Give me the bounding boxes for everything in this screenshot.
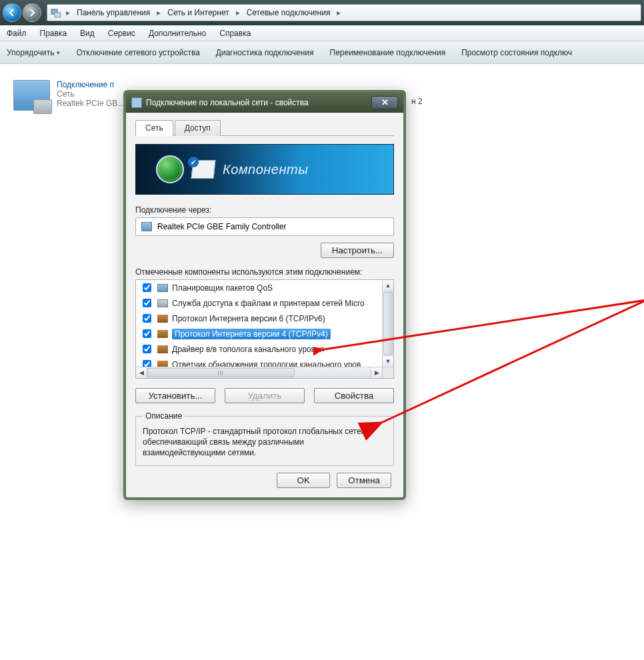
rename-button[interactable]: Переименование подключения — [330, 48, 446, 57]
menu-file[interactable]: Файл — [4, 27, 29, 39]
scroll-track[interactable] — [147, 367, 371, 378]
chevron-right-icon: ▸ — [66, 8, 70, 17]
scroll-thumb[interactable] — [383, 292, 393, 355]
connection-network: Сеть — [57, 89, 75, 99]
component-checkbox[interactable] — [143, 360, 151, 367]
adapter-field: Realtek PCIe GBE Family Controller — [135, 217, 394, 236]
properties-dialog: Подключение по локальной сети - свойства… — [123, 90, 406, 500]
adapter-icon — [141, 222, 152, 231]
toolbar-label: Диагностика подключения — [216, 48, 314, 57]
breadcrumb-segment[interactable]: Сетевые подключения — [244, 7, 333, 19]
horizontal-scrollbar[interactable]: ◀ ▶ — [136, 367, 393, 378]
scroll-up-button[interactable]: ▲ — [383, 280, 393, 291]
component-checkbox[interactable] — [143, 329, 151, 338]
network-connection-icon — [13, 80, 50, 111]
menu-view[interactable]: Вид — [77, 27, 97, 39]
menu-edit[interactable]: Правка — [37, 27, 70, 39]
component-label: Служба доступа к файлам и принтерам сете… — [172, 299, 365, 308]
protocol-icon — [157, 284, 168, 292]
banner-text: Компоненты — [223, 162, 308, 177]
tab-access[interactable]: Доступ — [175, 120, 221, 136]
menu-bar: Файл Правка Вид Сервис Дополнительно Спр… — [0, 25, 644, 41]
component-label: Протокол Интернета версии 4 (TCP/IPv4) — [172, 329, 331, 339]
component-label: Драйвер в/в тополога канального уровня — [172, 345, 324, 354]
component-checkbox[interactable] — [143, 314, 151, 323]
organize-label: Упорядочить — [7, 48, 54, 57]
components-label: Отмеченные компоненты используются этим … — [135, 267, 394, 277]
component-item[interactable]: Служба доступа к файлам и принтерам сете… — [136, 295, 382, 311]
description-text: Протокол TCP/IP - стандартный протокол г… — [143, 426, 387, 459]
tab-strip: Сеть Доступ — [135, 119, 394, 136]
scroll-right-button[interactable]: ▶ — [371, 367, 382, 378]
component-item[interactable]: Драйвер в/в тополога канального уровня — [136, 341, 382, 357]
breadcrumb[interactable]: ▸ Панель управления ▸ Сеть и Интернет ▸ … — [47, 4, 641, 21]
component-label: Планировщик пакетов QoS — [172, 283, 273, 293]
remove-button[interactable]: Удалить — [225, 388, 305, 403]
address-bar: ▸ Панель управления ▸ Сеть и Интернет ▸ … — [0, 0, 644, 25]
component-item[interactable]: Ответчик обнаружения топологии канальног… — [136, 357, 382, 367]
configure-button[interactable]: Настроить... — [321, 243, 394, 258]
component-item[interactable]: Протокол Интернета версии 4 (TCP/IPv4) — [136, 326, 382, 341]
organize-button[interactable]: Упорядочить ▾ — [7, 48, 60, 57]
component-label: Протокол Интернета версии 6 (TCP/IPv6) — [172, 314, 325, 323]
protocol-icon — [157, 361, 168, 367]
components-banner: Компоненты — [135, 144, 394, 195]
breadcrumb-segment[interactable]: Сеть и Интернет — [165, 7, 231, 19]
components-listbox[interactable]: Планировщик пакетов QoSСлужба доступа к … — [135, 279, 394, 379]
ok-button[interactable]: OK — [277, 473, 330, 488]
description-group: Описание Протокол TCP/IP - стандартный п… — [135, 411, 394, 466]
close-icon: ✕ — [381, 97, 389, 107]
arrow-right-icon — [28, 9, 36, 17]
chevron-right-icon: ▸ — [337, 8, 341, 17]
protocol-icon — [157, 315, 168, 323]
dialog-close-button[interactable]: ✕ — [371, 96, 398, 109]
component-checkbox[interactable] — [143, 345, 151, 353]
toolbar-label: Отключение сетевого устройства — [76, 48, 199, 57]
protocol-icon — [157, 345, 168, 353]
arrow-left-icon — [8, 9, 16, 17]
menu-service[interactable]: Сервис — [105, 27, 138, 39]
connection-item[interactable]: Подключение п Сеть Realtek PCIe GB… — [13, 80, 125, 111]
toolbar-label: Просмотр состояния подключ — [461, 48, 572, 57]
adapter-name: Realtek PCIe GBE Family Controller — [157, 222, 286, 231]
component-item[interactable]: Планировщик пакетов QoS — [136, 280, 382, 295]
diagnose-button[interactable]: Диагностика подключения — [216, 48, 314, 57]
toolbar-label: Переименование подключения — [330, 48, 446, 57]
connection2-fragment: н 2 — [411, 97, 423, 106]
chevron-right-icon: ▸ — [157, 8, 161, 17]
dialog-title-text: Подключение по локальной сети - свойства — [146, 98, 309, 107]
menu-advanced[interactable]: Дополнительно — [146, 27, 209, 39]
checklist-icon — [191, 160, 216, 179]
connection-name-link[interactable]: Подключение п — [57, 80, 114, 89]
chevron-right-icon: ▸ — [236, 8, 240, 17]
disable-device-button[interactable]: Отключение сетевого устройства — [76, 48, 199, 57]
svg-rect-1 — [55, 13, 61, 17]
protocol-icon — [157, 299, 168, 307]
component-checkbox[interactable] — [143, 299, 151, 307]
command-bar: Упорядочить ▾ Отключение сетевого устрой… — [0, 41, 644, 64]
scroll-down-button[interactable]: ▼ — [383, 355, 393, 367]
component-item[interactable]: Протокол Интернета версии 6 (TCP/IPv6) — [136, 311, 382, 326]
breadcrumb-segment[interactable]: Панель управления — [74, 7, 153, 19]
cancel-button[interactable]: Отмена — [337, 473, 391, 488]
chevron-down-icon: ▾ — [57, 49, 60, 56]
dialog-icon — [131, 97, 142, 108]
protocol-icon — [157, 330, 168, 338]
connect-via-label: Подключение через: — [135, 205, 394, 215]
menu-help[interactable]: Справка — [217, 27, 253, 39]
connection-text: Подключение п Сеть Realtek PCIe GB… — [57, 80, 125, 108]
install-button[interactable]: Установить... — [135, 388, 215, 403]
nav-back-button[interactable] — [3, 3, 21, 22]
vertical-scrollbar[interactable]: ▲ ▼ — [382, 280, 393, 367]
globe-icon — [156, 155, 184, 183]
component-checkbox[interactable] — [143, 283, 151, 292]
nav-forward-button[interactable] — [23, 3, 41, 22]
properties-button[interactable]: Свойства — [314, 388, 394, 403]
scroll-thumb[interactable] — [147, 368, 295, 377]
scroll-left-button[interactable]: ◀ — [136, 367, 147, 378]
network-folder-icon — [50, 7, 62, 19]
tab-network[interactable]: Сеть — [135, 120, 173, 136]
description-legend: Описание — [143, 411, 185, 421]
view-status-button[interactable]: Просмотр состояния подключ — [461, 48, 572, 57]
dialog-titlebar[interactable]: Подключение по локальной сети - свойства… — [126, 93, 403, 113]
